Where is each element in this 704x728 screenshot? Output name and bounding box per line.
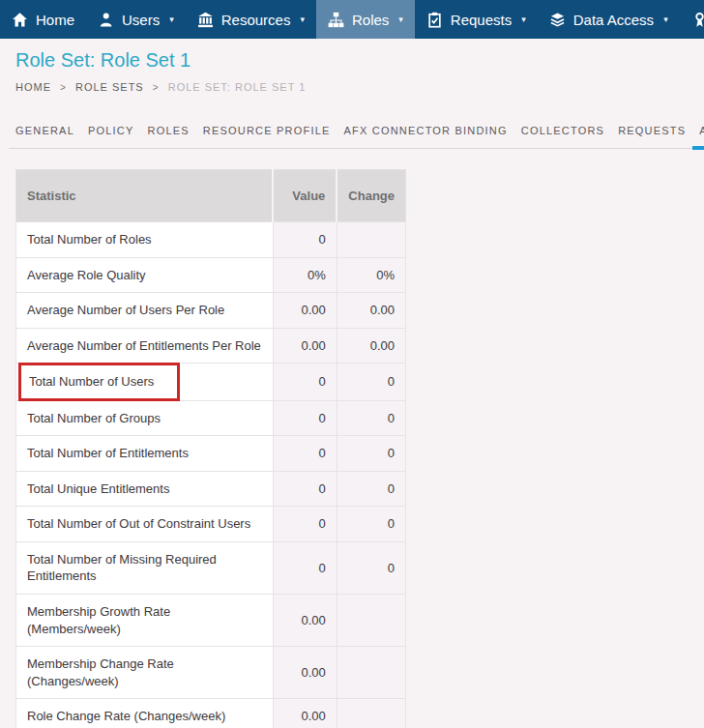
tab-requests[interactable]: REQUESTS	[611, 125, 692, 148]
change-cell: 0	[337, 507, 405, 542]
tab-roles[interactable]: ROLES	[141, 125, 196, 148]
table-row: Total Unique Entitlements00	[16, 471, 406, 507]
change-cell	[337, 222, 405, 258]
statistic-cell: Role Change Rate (Changes/week)	[16, 699, 274, 728]
tab-analytics[interactable]: ANALYTICS	[692, 125, 704, 148]
tab-resource-profile[interactable]: RESOURCE PROFILE	[196, 125, 337, 148]
value-cell: 0	[273, 507, 337, 542]
change-cell	[337, 699, 405, 728]
nav-item-data-access[interactable]: Data Access ▾	[538, 0, 680, 39]
award-ribbon-icon	[691, 12, 704, 28]
statistic-cell: Membership Growth Rate (Members/week)	[16, 595, 274, 647]
page-title: Role Set: Role Set 1	[15, 49, 704, 72]
chevron-down-icon: ▾	[663, 15, 668, 24]
change-cell	[337, 595, 405, 647]
table-row: Membership Change Rate (Changes/week)0.0…	[16, 647, 406, 699]
statistics-table: Statistic Value Change Total Number of R…	[15, 169, 406, 728]
nav-item-roles[interactable]: Roles ▾	[316, 0, 415, 39]
change-cell: 0	[337, 541, 405, 594]
change-cell: 0.00	[337, 293, 405, 329]
nav-item-label: Home	[36, 12, 74, 28]
table-row: Average Role Quality0%0%	[16, 257, 406, 293]
value-cell: 0	[273, 436, 337, 472]
statistic-cell: Total Number of Missing Required Entitle…	[16, 541, 274, 594]
tab-general[interactable]: GENERAL	[9, 125, 81, 148]
value-cell: 0.00	[273, 328, 337, 364]
nav-item-home[interactable]: Home	[0, 0, 86, 39]
statistic-cell: Average Number of Users Per Role	[16, 293, 274, 329]
change-cell: 0	[337, 471, 405, 507]
value-cell: 0	[273, 541, 337, 594]
change-cell: 0	[337, 436, 405, 472]
table-row: Total Number of Entitlements00	[16, 436, 406, 472]
breadcrumb-separator: >	[153, 82, 160, 93]
stats-table-body: Total Number of Roles0Average Role Quali…	[16, 222, 406, 728]
tab-policy[interactable]: POLICY	[81, 125, 141, 148]
nav-item-resources[interactable]: Resources ▾	[186, 0, 316, 39]
statistic-cell: Membership Change Rate (Changes/week)	[16, 647, 274, 699]
column-header-statistic: Statistic	[16, 170, 274, 222]
value-cell: 0%	[273, 257, 337, 293]
value-cell: 0.00	[273, 699, 337, 728]
table-row: Total Number of Missing Required Entitle…	[16, 541, 406, 594]
highlight-rectangle: Total Number of Users	[18, 363, 180, 401]
value-cell: 0	[273, 400, 337, 436]
tab-bar: GENERAL POLICY ROLES RESOURCE PROFILE AF…	[9, 125, 704, 149]
change-cell: 0	[337, 364, 405, 401]
nav-item-users[interactable]: Users ▾	[86, 0, 186, 39]
nav-item-label: Requests	[451, 12, 512, 28]
value-cell: 0	[273, 364, 337, 401]
value-cell: 0	[273, 222, 337, 258]
breadcrumb-separator: >	[60, 82, 67, 93]
table-row: Average Number of Entitlements Per Role0…	[16, 328, 406, 364]
value-cell: 0	[273, 471, 337, 507]
chevron-down-icon: ▾	[521, 15, 526, 24]
table-row: Total Number of Out of Constraint Users0…	[16, 507, 406, 542]
nav-item-reviews[interactable]: Reviews ▾	[680, 0, 704, 39]
chevron-down-icon: ▾	[300, 15, 305, 24]
table-header-row: Statistic Value Change	[16, 170, 406, 222]
value-cell: 0.00	[273, 293, 337, 329]
statistic-cell: Total Unique Entitlements	[16, 471, 274, 507]
table-row: Average Number of Users Per Role0.000.00	[16, 293, 406, 329]
layers-icon	[549, 12, 566, 28]
statistic-cell: Total Number of Entitlements	[16, 436, 274, 472]
statistic-cell: Total Number of Users	[16, 364, 274, 401]
statistic-cell: Total Number of Groups	[16, 400, 274, 436]
top-navbar: Home Users ▾ Resources ▾ Roles ▾ Request…	[0, 0, 704, 39]
user-icon	[98, 12, 114, 28]
nav-item-label: Resources	[221, 12, 291, 28]
nav-item-requests[interactable]: Requests ▾	[415, 0, 538, 39]
change-cell: 0%	[337, 257, 405, 293]
tab-afx-connector-binding[interactable]: AFX CONNECTOR BINDING	[337, 125, 514, 148]
chevron-down-icon: ▾	[398, 15, 403, 24]
change-cell: 0.00	[337, 328, 405, 364]
table-row: Membership Growth Rate (Members/week)0.0…	[16, 595, 406, 647]
column-header-change: Change	[337, 170, 405, 222]
value-cell: 0.00	[273, 595, 337, 647]
breadcrumb: HOME > ROLE SETS > ROLE SET: ROLE SET 1	[15, 81, 704, 93]
bank-icon	[197, 12, 214, 28]
table-row: Total Number of Groups00	[16, 400, 406, 436]
change-cell	[337, 647, 405, 699]
tab-collectors[interactable]: COLLECTORS	[514, 125, 611, 148]
org-chart-icon	[328, 12, 344, 28]
table-row: Role Change Rate (Changes/week)0.00	[16, 699, 406, 728]
chevron-down-icon: ▾	[169, 15, 174, 24]
column-header-value: Value	[273, 170, 337, 222]
breadcrumb-current: ROLE SET: ROLE SET 1	[168, 81, 307, 93]
statistic-cell: Average Role Quality	[16, 257, 274, 293]
value-cell: 0.00	[273, 647, 337, 699]
home-icon	[12, 12, 28, 28]
table-row: Total Number of Roles0	[16, 222, 406, 258]
statistic-cell: Total Number of Roles	[16, 222, 274, 258]
statistic-cell: Average Number of Entitlements Per Role	[16, 328, 274, 364]
breadcrumb-role-sets[interactable]: ROLE SETS	[75, 81, 144, 93]
clipboard-check-icon	[426, 12, 443, 28]
nav-item-label: Roles	[352, 12, 389, 28]
change-cell: 0	[337, 400, 405, 436]
nav-item-label: Users	[122, 12, 160, 28]
nav-item-label: Data Access	[573, 12, 654, 28]
breadcrumb-home[interactable]: HOME	[15, 81, 51, 93]
statistic-cell: Total Number of Out of Constraint Users	[16, 507, 274, 542]
